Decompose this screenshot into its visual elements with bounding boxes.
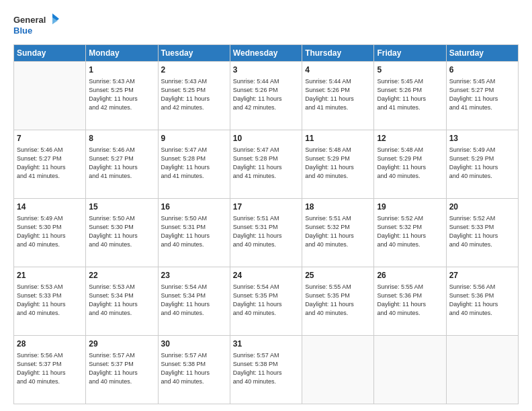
day-info: Sunrise: 5:56 AMSunset: 5:36 PMDaylight:… xyxy=(449,283,515,318)
day-number: 15 xyxy=(89,201,154,213)
day-cell: 6Sunrise: 5:45 AMSunset: 5:27 PMDaylight… xyxy=(446,62,518,130)
day-number: 9 xyxy=(161,133,227,144)
day-cell: 5Sunrise: 5:45 AMSunset: 5:26 PMDaylight… xyxy=(374,62,446,130)
day-info: Sunrise: 5:49 AMSunset: 5:30 PMDaylight:… xyxy=(17,214,83,249)
day-cell: 31Sunrise: 5:57 AMSunset: 5:38 PMDayligh… xyxy=(230,336,302,404)
day-number: 23 xyxy=(161,270,227,281)
day-cell: 4Sunrise: 5:44 AMSunset: 5:26 PMDaylight… xyxy=(302,62,374,130)
day-number: 14 xyxy=(17,201,83,213)
day-number: 12 xyxy=(377,133,443,144)
day-cell: 18Sunrise: 5:51 AMSunset: 5:32 PMDayligh… xyxy=(302,199,374,267)
day-number: 10 xyxy=(233,133,299,144)
day-info: Sunrise: 5:43 AMSunset: 5:25 PMDaylight:… xyxy=(89,77,154,112)
day-number: 16 xyxy=(161,201,227,213)
col-header-friday: Friday xyxy=(374,45,446,62)
day-info: Sunrise: 5:52 AMSunset: 5:33 PMDaylight:… xyxy=(449,214,515,249)
svg-text:Blue: Blue xyxy=(13,26,32,36)
day-number: 31 xyxy=(233,338,299,350)
day-info: Sunrise: 5:49 AMSunset: 5:29 PMDaylight:… xyxy=(449,146,515,181)
day-number: 2 xyxy=(161,64,227,76)
day-cell: 26Sunrise: 5:55 AMSunset: 5:36 PMDayligh… xyxy=(374,267,446,336)
day-info: Sunrise: 5:44 AMSunset: 5:26 PMDaylight:… xyxy=(305,77,371,112)
day-cell: 12Sunrise: 5:48 AMSunset: 5:29 PMDayligh… xyxy=(374,130,446,199)
day-info: Sunrise: 5:48 AMSunset: 5:29 PMDaylight:… xyxy=(305,146,371,181)
day-cell: 10Sunrise: 5:47 AMSunset: 5:28 PMDayligh… xyxy=(230,130,302,199)
day-info: Sunrise: 5:51 AMSunset: 5:32 PMDaylight:… xyxy=(305,214,371,249)
day-number: 18 xyxy=(305,201,371,213)
day-number: 3 xyxy=(233,64,299,76)
header: General Blue xyxy=(13,12,519,39)
day-cell: 20Sunrise: 5:52 AMSunset: 5:33 PMDayligh… xyxy=(446,199,518,267)
logo-svg: General Blue xyxy=(13,12,60,39)
day-number: 8 xyxy=(89,133,154,144)
day-number: 6 xyxy=(449,64,515,76)
day-info: Sunrise: 5:52 AMSunset: 5:32 PMDaylight:… xyxy=(377,214,443,249)
day-cell xyxy=(302,336,374,404)
week-row-4: 21Sunrise: 5:53 AMSunset: 5:33 PMDayligh… xyxy=(14,267,519,336)
day-info: Sunrise: 5:46 AMSunset: 5:27 PMDaylight:… xyxy=(89,146,154,181)
day-cell: 3Sunrise: 5:44 AMSunset: 5:26 PMDaylight… xyxy=(230,62,302,130)
day-number: 1 xyxy=(89,64,154,76)
day-cell: 22Sunrise: 5:53 AMSunset: 5:34 PMDayligh… xyxy=(86,267,158,336)
day-info: Sunrise: 5:45 AMSunset: 5:26 PMDaylight:… xyxy=(377,77,443,112)
day-cell: 30Sunrise: 5:57 AMSunset: 5:38 PMDayligh… xyxy=(158,336,230,404)
col-header-wednesday: Wednesday xyxy=(230,45,302,62)
day-cell: 28Sunrise: 5:56 AMSunset: 5:37 PMDayligh… xyxy=(14,336,86,404)
col-header-tuesday: Tuesday xyxy=(158,45,230,62)
day-number: 27 xyxy=(449,270,515,281)
week-row-2: 7Sunrise: 5:46 AMSunset: 5:27 PMDaylight… xyxy=(14,130,519,199)
page: General Blue SundayMondayTuesdayWednesda… xyxy=(0,0,532,411)
day-info: Sunrise: 5:57 AMSunset: 5:37 PMDaylight:… xyxy=(89,351,154,386)
day-cell: 13Sunrise: 5:49 AMSunset: 5:29 PMDayligh… xyxy=(446,130,518,199)
day-info: Sunrise: 5:50 AMSunset: 5:30 PMDaylight:… xyxy=(89,214,154,249)
day-cell: 24Sunrise: 5:54 AMSunset: 5:35 PMDayligh… xyxy=(230,267,302,336)
day-cell: 7Sunrise: 5:46 AMSunset: 5:27 PMDaylight… xyxy=(14,130,86,199)
day-cell: 11Sunrise: 5:48 AMSunset: 5:29 PMDayligh… xyxy=(302,130,374,199)
day-info: Sunrise: 5:45 AMSunset: 5:27 PMDaylight:… xyxy=(449,77,515,112)
day-cell: 29Sunrise: 5:57 AMSunset: 5:37 PMDayligh… xyxy=(86,336,158,404)
day-cell: 8Sunrise: 5:46 AMSunset: 5:27 PMDaylight… xyxy=(86,130,158,199)
day-cell: 2Sunrise: 5:43 AMSunset: 5:25 PMDaylight… xyxy=(158,62,230,130)
day-info: Sunrise: 5:53 AMSunset: 5:33 PMDaylight:… xyxy=(17,283,83,318)
day-cell xyxy=(374,336,446,404)
col-header-monday: Monday xyxy=(86,45,158,62)
day-number: 7 xyxy=(17,133,83,144)
day-info: Sunrise: 5:47 AMSunset: 5:28 PMDaylight:… xyxy=(161,146,227,181)
day-number: 19 xyxy=(377,201,443,213)
day-info: Sunrise: 5:44 AMSunset: 5:26 PMDaylight:… xyxy=(233,77,299,112)
col-header-thursday: Thursday xyxy=(302,45,374,62)
day-info: Sunrise: 5:47 AMSunset: 5:28 PMDaylight:… xyxy=(233,146,299,181)
col-header-sunday: Sunday xyxy=(14,45,86,62)
day-cell: 25Sunrise: 5:55 AMSunset: 5:35 PMDayligh… xyxy=(302,267,374,336)
day-cell: 9Sunrise: 5:47 AMSunset: 5:28 PMDaylight… xyxy=(158,130,230,199)
week-row-3: 14Sunrise: 5:49 AMSunset: 5:30 PMDayligh… xyxy=(14,199,519,267)
day-number: 20 xyxy=(449,201,515,213)
day-cell xyxy=(446,336,518,404)
day-number: 4 xyxy=(305,64,371,76)
header-row: SundayMondayTuesdayWednesdayThursdayFrid… xyxy=(14,45,519,62)
day-info: Sunrise: 5:53 AMSunset: 5:34 PMDaylight:… xyxy=(89,283,154,318)
day-info: Sunrise: 5:55 AMSunset: 5:35 PMDaylight:… xyxy=(305,283,371,318)
day-info: Sunrise: 5:54 AMSunset: 5:34 PMDaylight:… xyxy=(161,283,227,318)
week-row-1: 1Sunrise: 5:43 AMSunset: 5:25 PMDaylight… xyxy=(14,62,519,130)
day-number: 26 xyxy=(377,270,443,281)
day-info: Sunrise: 5:43 AMSunset: 5:25 PMDaylight:… xyxy=(161,77,227,112)
day-number: 11 xyxy=(305,133,371,144)
logo: General Blue xyxy=(13,12,60,39)
day-info: Sunrise: 5:57 AMSunset: 5:38 PMDaylight:… xyxy=(233,351,299,386)
day-number: 30 xyxy=(161,338,227,350)
day-number: 5 xyxy=(377,64,443,76)
calendar-table: SundayMondayTuesdayWednesdayThursdayFrid… xyxy=(13,44,519,404)
day-info: Sunrise: 5:56 AMSunset: 5:37 PMDaylight:… xyxy=(17,351,83,386)
day-info: Sunrise: 5:55 AMSunset: 5:36 PMDaylight:… xyxy=(377,283,443,318)
day-cell: 16Sunrise: 5:50 AMSunset: 5:31 PMDayligh… xyxy=(158,199,230,267)
day-cell: 19Sunrise: 5:52 AMSunset: 5:32 PMDayligh… xyxy=(374,199,446,267)
day-number: 13 xyxy=(449,133,515,144)
day-info: Sunrise: 5:51 AMSunset: 5:31 PMDaylight:… xyxy=(233,214,299,249)
day-info: Sunrise: 5:48 AMSunset: 5:29 PMDaylight:… xyxy=(377,146,443,181)
svg-text:General: General xyxy=(13,15,46,25)
day-info: Sunrise: 5:50 AMSunset: 5:31 PMDaylight:… xyxy=(161,214,227,249)
day-cell: 27Sunrise: 5:56 AMSunset: 5:36 PMDayligh… xyxy=(446,267,518,336)
day-number: 29 xyxy=(89,338,154,350)
day-cell: 14Sunrise: 5:49 AMSunset: 5:30 PMDayligh… xyxy=(14,199,86,267)
